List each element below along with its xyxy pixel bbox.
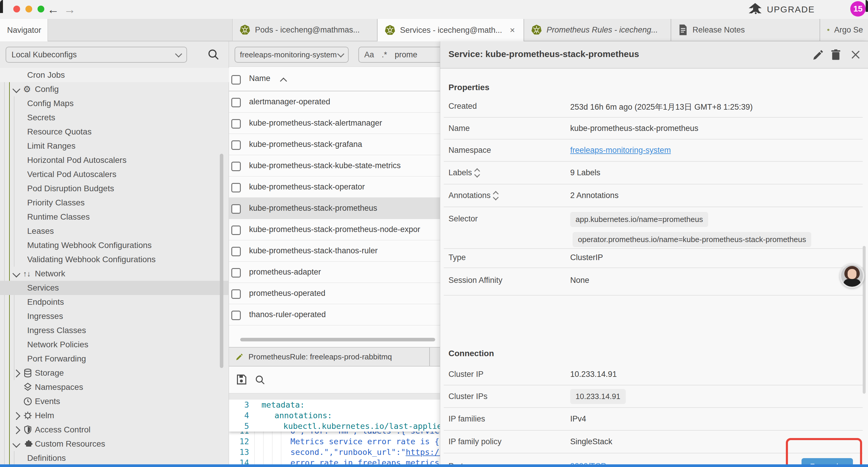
table-row[interactable]: kube-prometheus-stack-alertmanager — [229, 113, 440, 134]
sidebar-search-icon[interactable] — [207, 48, 220, 61]
maximize-window-button[interactable] — [37, 6, 44, 12]
sidebar-item-network-policies[interactable]: Network Policies — [0, 338, 229, 352]
detail-scrollbar-thumb[interactable] — [863, 246, 866, 394]
sidebar-item-runtime-classes[interactable]: Runtime Classes — [0, 210, 229, 224]
table-row[interactable]: kube-prometheus-stack-operator — [229, 176, 440, 198]
match-case-toggle[interactable]: Aa — [364, 50, 374, 59]
upgrade-button[interactable]: UPGRADE — [747, 2, 815, 17]
forward-arrow-button[interactable]: → — [63, 3, 76, 16]
row-checkbox[interactable] — [231, 311, 241, 320]
edit-pencil-icon[interactable] — [812, 49, 825, 61]
sidebar-item-definitions[interactable]: Definitions — [0, 451, 229, 465]
chevron-down-icon[interactable] — [12, 85, 20, 93]
chevron-right-icon[interactable] — [12, 370, 20, 377]
row-checkbox[interactable] — [231, 268, 241, 278]
row-checkbox[interactable] — [231, 98, 241, 107]
upgrade-chevrons-icon — [747, 3, 763, 16]
sidebar-item-port-forwarding[interactable]: Port Forwarding — [0, 352, 229, 366]
sidebar-item-horizontal-pod-autoscalers[interactable]: Horizontal Pod Autoscalers — [0, 153, 229, 167]
table-row[interactable]: prometheus-operated — [229, 283, 440, 304]
table-row[interactable]: prometheus-adapter — [229, 262, 440, 283]
editor-scroll-strip[interactable] — [229, 393, 440, 400]
yaml-editor[interactable]: 11 0", for: "nm", labels :{ service ". 1… — [229, 400, 440, 467]
sidebar-item-storage[interactable]: Storage — [0, 366, 229, 380]
table-row[interactable]: thanos-ruler-operated — [229, 304, 440, 325]
table-row-selected[interactable]: kube-prometheus-stack-prometheus — [229, 198, 440, 219]
sidebar-item-ingress-classes[interactable]: Ingress Classes — [0, 323, 229, 338]
row-checkbox[interactable] — [231, 226, 241, 235]
close-tab-icon[interactable]: × — [510, 25, 515, 35]
editor-tab-partial[interactable] — [430, 348, 440, 366]
notification-count-badge[interactable]: 15 — [850, 1, 866, 17]
upgrade-label: UPGRADE — [767, 4, 815, 14]
sidebar-item-access-control[interactable]: Access Control — [0, 423, 229, 437]
sidebar-item-validating-webhook-configurations[interactable]: Validating Webhook Configurations — [0, 253, 229, 267]
row-checkbox[interactable] — [231, 140, 241, 150]
editor-tab-prometheusrule[interactable]: PrometheusRule: freeleaps-prod-rabbitmq — [229, 348, 430, 366]
tab-navigator[interactable]: Navigator — [0, 19, 48, 41]
sidebar-item-resource-quotas[interactable]: Resource Quotas — [0, 125, 229, 139]
sidebar-item-limit-ranges[interactable]: Limit Ranges — [0, 139, 229, 153]
table-row[interactable]: kube-prometheus-stack-thanos-ruler — [229, 240, 440, 262]
sidebar-item-priority-classes[interactable]: Priority Classes — [0, 196, 229, 210]
horizontal-scrollbar-thumb[interactable] — [240, 338, 435, 341]
avatar[interactable] — [840, 263, 864, 288]
table-row[interactable]: kube-prometheus-stack-kube-state-metrics — [229, 155, 440, 176]
sidebar-item-pod-disruption-budgets[interactable]: Pod Disruption Budgets — [0, 181, 229, 196]
window-corner — [0, 0, 3, 13]
sidebar-item-custom-resources[interactable]: Custom Resources — [0, 437, 229, 451]
row-checkbox[interactable] — [231, 204, 241, 214]
row-checkbox[interactable] — [231, 119, 241, 128]
chevron-down-icon[interactable] — [12, 440, 20, 448]
sidebar-item-leases[interactable]: Leases — [0, 224, 229, 238]
select-all-checkbox[interactable] — [231, 75, 241, 85]
save-icon[interactable] — [236, 374, 247, 385]
row-checkbox[interactable] — [231, 183, 241, 193]
tab-release-notes[interactable]: Release Notes — [671, 19, 820, 41]
sidebar-item-secrets[interactable]: Secrets — [0, 111, 229, 125]
back-arrow-button[interactable]: ← — [47, 3, 60, 16]
sidebar-item-endpoints[interactable]: Endpoints — [0, 295, 229, 309]
column-header-name[interactable]: Name — [249, 74, 270, 83]
chevron-down-icon[interactable] — [12, 269, 20, 278]
table-row[interactable]: alertmanager-operated — [229, 91, 440, 113]
expand-collapse-icon[interactable] — [475, 169, 479, 177]
row-checkbox[interactable] — [231, 289, 241, 299]
editor-line: 4 annotations: — [229, 410, 440, 421]
tab-services[interactable]: Services - icecheng@math... × — [377, 19, 524, 41]
row-checkbox[interactable] — [231, 162, 241, 171]
namespace-link[interactable]: freeleaps-monitoring-system — [570, 146, 671, 155]
close-panel-icon[interactable] — [849, 49, 862, 61]
chevron-right-icon[interactable] — [12, 412, 20, 420]
editor-search-icon[interactable] — [254, 374, 266, 385]
regex-toggle[interactable]: .* — [382, 50, 387, 59]
close-window-button[interactable] — [13, 6, 20, 12]
sidebar-item-cron-jobs[interactable]: Cron Jobs — [0, 68, 229, 82]
row-checkbox[interactable] — [231, 247, 241, 256]
table-row[interactable]: kube-prometheus-stack-prometheus-node-ex… — [229, 219, 440, 240]
sidebar-item-network[interactable]: ↑↓ Network — [0, 267, 229, 281]
chevron-right-icon[interactable] — [12, 426, 20, 434]
tab-argo[interactable]: Argo Se — [820, 19, 868, 41]
sidebar-scrollbar-thumb[interactable] — [220, 154, 223, 368]
sidebar-item-events[interactable]: Events — [0, 394, 229, 408]
namespace-select[interactable]: freeleaps-monitoring-system — [235, 47, 349, 63]
sidebar-item-config[interactable]: ⚙ Config — [0, 82, 229, 96]
kubernetes-icon — [240, 25, 250, 35]
table-row[interactable]: kube-prometheus-stack-grafana — [229, 134, 440, 155]
sidebar-item-config-maps[interactable]: Config Maps — [0, 96, 229, 111]
sidebar-item-vertical-pod-autoscalers[interactable]: Vertical Pod Autoscalers — [0, 167, 229, 181]
delete-trash-icon[interactable] — [830, 49, 842, 61]
sidebar-item-services[interactable]: Services — [0, 281, 229, 295]
list-search-input[interactable]: Aa .* prome — [359, 47, 440, 63]
sidebar-item-mutating-webhook-configurations[interactable]: Mutating Webhook Configurations — [0, 238, 229, 253]
tab-pods[interactable]: Pods - icecheng@mathmas... — [232, 19, 377, 41]
sidebar-item-helm[interactable]: Helm — [0, 408, 229, 423]
sidebar-item-namespaces[interactable]: Namespaces — [0, 380, 229, 394]
sidebar-item-ingresses[interactable]: Ingresses — [0, 309, 229, 323]
tab-prometheus-rules[interactable]: Prometheus Rules - icecheng... — [524, 19, 671, 41]
runbook-url-link[interactable]: https://net — [406, 447, 440, 457]
kubeconfig-select[interactable]: Local Kubeconfigs — [6, 47, 187, 63]
minimize-window-button[interactable] — [25, 6, 32, 12]
expand-collapse-icon[interactable] — [494, 192, 498, 200]
